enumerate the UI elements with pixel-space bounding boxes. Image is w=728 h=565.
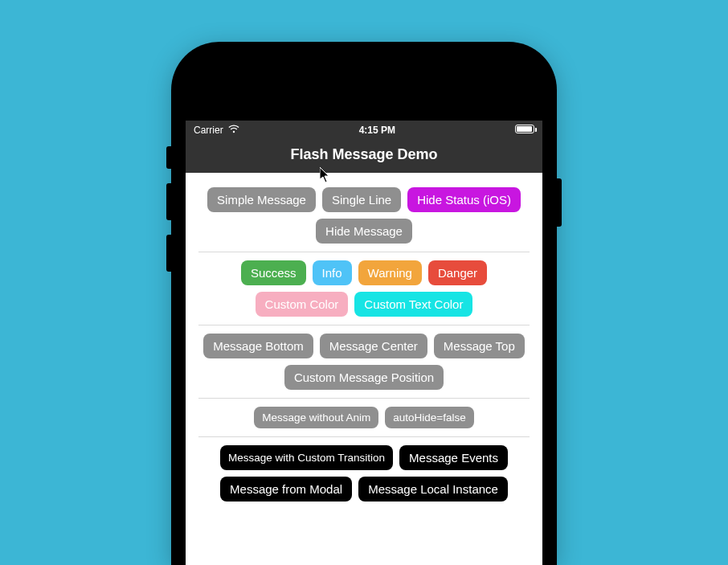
- phone-right-button: [557, 178, 562, 227]
- phone-left-buttons: [166, 146, 171, 286]
- custom-transition-button[interactable]: Message with Custom Transition: [220, 445, 393, 470]
- content-area: Simple Message Single Line Hide Status (…: [186, 173, 542, 510]
- single-line-button[interactable]: Single Line: [322, 187, 401, 212]
- section-basic: Simple Message Single Line Hide Status (…: [194, 179, 534, 252]
- message-from-modal-button[interactable]: Message from Modal: [220, 477, 352, 502]
- phone-screen: Carrier 4:15 PM Flash Message Demo Simpl…: [186, 121, 542, 565]
- section-position: Message Bottom Message Center Message To…: [194, 325, 534, 398]
- battery-icon: [515, 125, 534, 133]
- warning-button[interactable]: Warning: [358, 260, 422, 285]
- status-time: 4:15 PM: [359, 125, 395, 136]
- wifi-icon: [228, 125, 239, 136]
- section-anim: Message without Anim autoHide=false: [194, 399, 534, 436]
- autohide-false-button[interactable]: autoHide=false: [385, 407, 473, 428]
- message-events-button[interactable]: Message Events: [399, 445, 508, 470]
- custom-text-color-button[interactable]: Custom Text Color: [354, 292, 472, 317]
- app-header: Flash Message Demo: [186, 140, 542, 173]
- phone-frame: Carrier 4:15 PM Flash Message Demo Simpl…: [171, 42, 557, 565]
- message-center-button[interactable]: Message Center: [320, 334, 427, 358]
- status-bar: Carrier 4:15 PM: [186, 121, 542, 140]
- message-no-anim-button[interactable]: Message without Anim: [254, 407, 378, 428]
- info-button[interactable]: Info: [313, 260, 352, 285]
- custom-color-button[interactable]: Custom Color: [256, 292, 349, 317]
- page-title: Flash Message Demo: [290, 146, 437, 162]
- hide-status-ios-button[interactable]: Hide Status (iOS): [407, 187, 521, 212]
- custom-message-position-button[interactable]: Custom Message Position: [284, 365, 444, 390]
- section-types: Success Info Warning Danger Custom Color…: [194, 252, 534, 325]
- message-bottom-button[interactable]: Message Bottom: [203, 334, 313, 358]
- section-advanced: Message with Custom Transition Message E…: [194, 437, 534, 510]
- message-top-button[interactable]: Message Top: [434, 334, 525, 358]
- carrier-label: Carrier: [194, 125, 223, 136]
- message-local-instance-button[interactable]: Message Local Instance: [358, 477, 508, 502]
- hide-message-button[interactable]: Hide Message: [316, 219, 412, 244]
- success-button[interactable]: Success: [241, 260, 306, 285]
- simple-message-button[interactable]: Simple Message: [207, 187, 316, 212]
- danger-button[interactable]: Danger: [428, 260, 487, 285]
